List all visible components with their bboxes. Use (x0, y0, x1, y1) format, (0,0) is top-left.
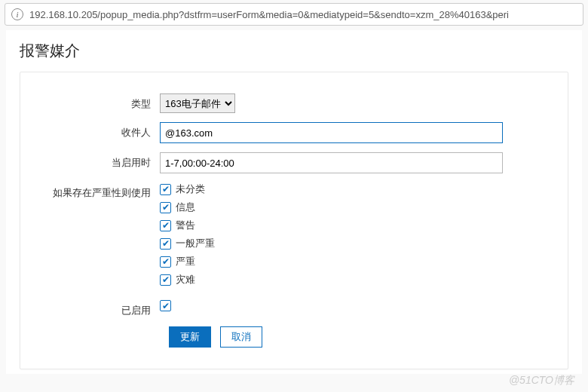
severity-item-label: 信息 (176, 201, 195, 214)
row-enabled: 已启用 (35, 300, 553, 317)
row-severity: 如果存在严重性则使用 未分类 信息 警告 一般严重 (35, 182, 553, 291)
when-active-label: 当启用时 (35, 152, 160, 170)
checkbox-icon[interactable] (160, 202, 171, 213)
page-title: 报警媒介 (20, 41, 568, 61)
row-when-active: 当启用时 (35, 152, 553, 173)
severity-item-label: 未分类 (176, 182, 205, 196)
when-active-input[interactable] (160, 152, 503, 173)
severity-item-label: 一般严重 (176, 237, 215, 250)
info-icon: i (11, 8, 23, 20)
checkbox-icon[interactable] (160, 220, 171, 231)
update-button[interactable]: 更新 (169, 326, 211, 348)
button-row: 更新 取消 (169, 326, 553, 348)
checkbox-icon[interactable] (160, 184, 171, 195)
media-form: 类型 163电子邮件 收件人 当启用时 如果存在严重性则使用 (20, 72, 568, 369)
severity-list: 未分类 信息 警告 一般严重 严重 (160, 182, 503, 291)
severity-item-label: 灾难 (176, 273, 195, 286)
checkbox-icon[interactable] (160, 256, 171, 268)
recipient-input[interactable] (160, 122, 503, 143)
severity-item-label: 警告 (176, 219, 195, 232)
cancel-button[interactable]: 取消 (220, 326, 262, 348)
watermark: @51CTO博客 (509, 374, 574, 387)
severity-item[interactable]: 灾难 (160, 273, 503, 286)
address-bar[interactable]: i 192.168.10.205/popup_media.php?dstfrm=… (5, 3, 583, 26)
severity-item-label: 严重 (176, 255, 195, 268)
severity-item[interactable]: 严重 (160, 255, 503, 268)
severity-item[interactable]: 一般严重 (160, 237, 503, 250)
severity-item[interactable]: 警告 (160, 219, 503, 232)
page-container: 报警媒介 类型 163电子邮件 收件人 当启用时 如果存在严重性则使用 (6, 30, 582, 374)
severity-label: 如果存在严重性则使用 (35, 182, 160, 200)
address-url: 192.168.10.205/popup_media.php?dstfrm=us… (29, 9, 509, 20)
type-select[interactable]: 163电子邮件 (160, 93, 235, 113)
row-recipient: 收件人 (35, 122, 553, 143)
severity-item[interactable]: 信息 (160, 201, 503, 214)
checkbox-icon[interactable] (160, 238, 171, 250)
recipient-label: 收件人 (35, 122, 160, 139)
checkbox-icon[interactable] (160, 300, 171, 311)
row-type: 类型 163电子邮件 (35, 93, 553, 113)
enabled-item[interactable] (160, 300, 503, 311)
severity-item[interactable]: 未分类 (160, 182, 503, 196)
type-label: 类型 (35, 93, 160, 111)
checkbox-icon[interactable] (160, 274, 171, 286)
enabled-label: 已启用 (35, 300, 160, 317)
